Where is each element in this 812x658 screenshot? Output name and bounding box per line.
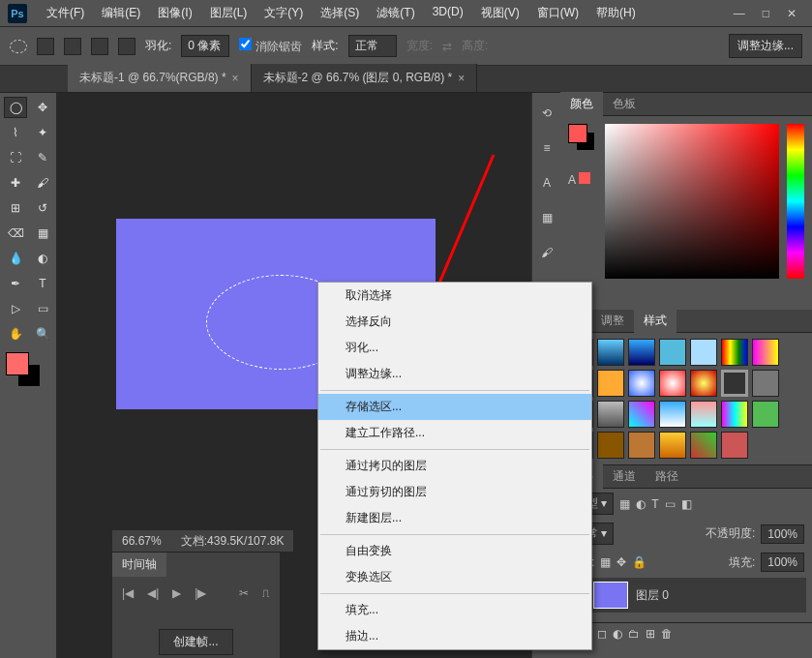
color-picker-field[interactable]: [605, 124, 779, 279]
tab-paths[interactable]: 路径: [646, 464, 688, 489]
ctx-refine-edge[interactable]: 调整边缘...: [318, 361, 591, 387]
style-swatch[interactable]: [597, 370, 624, 397]
minimize-button[interactable]: —: [734, 7, 745, 20]
opacity-input[interactable]: 100%: [761, 524, 804, 544]
layer-row[interactable]: 👁 图层 0: [566, 578, 806, 613]
lock-pixels-icon[interactable]: ▦: [600, 555, 611, 569]
menu-3d[interactable]: 3D(D): [425, 1, 471, 25]
layer-thumbnail[interactable]: [593, 582, 628, 609]
tab-swatches[interactable]: 色板: [603, 92, 646, 116]
split-icon[interactable]: ⎍: [262, 586, 269, 600]
eyedropper-tool[interactable]: ✎: [31, 147, 54, 168]
marquee-tool-icon[interactable]: [10, 40, 27, 53]
ctx-inverse[interactable]: 选择反向: [318, 309, 591, 335]
brush-panel-icon[interactable]: 🖌: [536, 242, 557, 263]
ctx-free-transform[interactable]: 自由变换: [318, 538, 591, 564]
refine-edge-button[interactable]: 调整边缘...: [729, 34, 802, 58]
menu-type[interactable]: 文字(Y): [256, 1, 311, 25]
stamp-tool[interactable]: ⊞: [4, 197, 27, 219]
style-swatch[interactable]: [721, 339, 748, 366]
create-frame-button[interactable]: 创建帧...: [159, 629, 232, 655]
lasso-tool[interactable]: ⌇: [4, 122, 27, 143]
style-swatch[interactable]: [690, 401, 717, 428]
menu-file[interactable]: 文件(F): [39, 1, 92, 25]
group-icon[interactable]: 🗀: [628, 627, 640, 641]
prev-frame-icon[interactable]: ◀|: [147, 586, 159, 600]
filter-shape-icon[interactable]: ▭: [665, 497, 676, 511]
style-swatch[interactable]: [597, 432, 624, 459]
style-swatch[interactable]: [659, 432, 686, 459]
hand-tool[interactable]: ✋: [4, 323, 27, 344]
style-swatch[interactable]: [597, 401, 624, 428]
ctx-layer-via-copy[interactable]: 通过拷贝的图层: [318, 453, 591, 479]
style-swatch[interactable]: [597, 339, 624, 366]
history-panel-icon[interactable]: ⟲: [536, 103, 557, 124]
move-tool[interactable]: ✥: [31, 97, 54, 118]
style-swatch[interactable]: [659, 370, 686, 397]
new-selection-icon[interactable]: [37, 38, 54, 55]
style-swatch[interactable]: [752, 401, 779, 428]
color-fgbg[interactable]: [568, 124, 597, 153]
ellipse-marquee-tool[interactable]: ◯: [4, 97, 27, 118]
style-swatch[interactable]: [690, 432, 717, 459]
ctx-feather[interactable]: 羽化...: [318, 335, 591, 361]
style-swatch[interactable]: [690, 339, 717, 366]
style-swatch[interactable]: [659, 401, 686, 428]
subtract-selection-icon[interactable]: [91, 38, 108, 55]
history-brush-tool[interactable]: ↺: [31, 197, 54, 219]
style-swatch[interactable]: [721, 370, 748, 397]
play-icon[interactable]: ▶: [172, 586, 181, 600]
style-swatch[interactable]: [628, 370, 655, 397]
type-tool[interactable]: T: [31, 273, 54, 294]
swatches-panel-icon[interactable]: ▦: [536, 207, 557, 228]
tab-color[interactable]: 颜色: [560, 92, 603, 116]
magic-wand-tool[interactable]: ✦: [31, 122, 54, 143]
filter-pixel-icon[interactable]: ▦: [619, 497, 630, 511]
dodge-tool[interactable]: ◐: [31, 248, 54, 269]
style-swatch[interactable]: [721, 432, 748, 459]
fill-input[interactable]: 100%: [761, 553, 804, 572]
shape-tool[interactable]: ▭: [31, 298, 54, 319]
foreground-background-colors[interactable]: [4, 352, 54, 391]
tab-adjustments[interactable]: 调整: [591, 309, 634, 333]
style-swatch[interactable]: [628, 401, 655, 428]
tab-channels[interactable]: 通道: [603, 464, 646, 489]
ctx-stroke[interactable]: 描边...: [318, 623, 591, 649]
path-select-tool[interactable]: ▷: [4, 298, 27, 319]
menu-select[interactable]: 选择(S): [313, 1, 367, 25]
style-swatch[interactable]: [752, 370, 779, 397]
cut-icon[interactable]: ✂: [239, 586, 249, 600]
ctx-new-layer[interactable]: 新建图层...: [318, 505, 591, 531]
ctx-layer-via-cut[interactable]: 通过剪切的图层: [318, 479, 591, 505]
layer-mask-icon[interactable]: ◻: [597, 627, 607, 641]
add-selection-icon[interactable]: [64, 38, 81, 55]
filter-smart-icon[interactable]: ◧: [681, 497, 692, 511]
maximize-button[interactable]: □: [763, 7, 769, 20]
style-swatch[interactable]: [628, 432, 655, 459]
antialias-checkbox[interactable]: 消除锯齿: [239, 38, 302, 55]
blur-tool[interactable]: 💧: [4, 248, 27, 269]
filter-type-icon[interactable]: T: [651, 497, 658, 511]
style-swatch[interactable]: [690, 370, 717, 397]
filter-adjust-icon[interactable]: ◐: [636, 497, 646, 511]
delete-layer-icon[interactable]: 🗑: [661, 627, 673, 641]
crop-tool[interactable]: ⛶: [4, 147, 27, 168]
zoom-tool[interactable]: 🔍: [31, 323, 54, 344]
new-layer-icon[interactable]: ⊞: [646, 627, 655, 641]
menu-window[interactable]: 窗口(W): [529, 1, 586, 25]
character-panel-icon[interactable]: A: [536, 172, 557, 194]
close-tab-icon[interactable]: ×: [458, 72, 465, 85]
document-tab-1[interactable]: 未标题-1 @ 66.7%(RGB/8) * ×: [68, 64, 252, 92]
properties-panel-icon[interactable]: ≡: [536, 137, 557, 159]
zoom-level[interactable]: 66.67%: [122, 534, 162, 548]
layer-name[interactable]: 图层 0: [636, 587, 669, 604]
document-tab-2[interactable]: 未标题-2 @ 66.7% (图层 0, RGB/8) * ×: [252, 64, 478, 92]
menu-image[interactable]: 图像(I): [150, 1, 199, 25]
eraser-tool[interactable]: ⌫: [4, 223, 27, 244]
menu-filter[interactable]: 滤镜(T): [369, 1, 422, 25]
brush-tool[interactable]: 🖌: [31, 172, 54, 194]
healing-tool[interactable]: ✚: [4, 172, 27, 194]
feather-input[interactable]: 0 像素: [181, 35, 229, 57]
ctx-transform-selection[interactable]: 变换选区: [318, 564, 591, 590]
gradient-tool[interactable]: ▦: [31, 223, 54, 244]
